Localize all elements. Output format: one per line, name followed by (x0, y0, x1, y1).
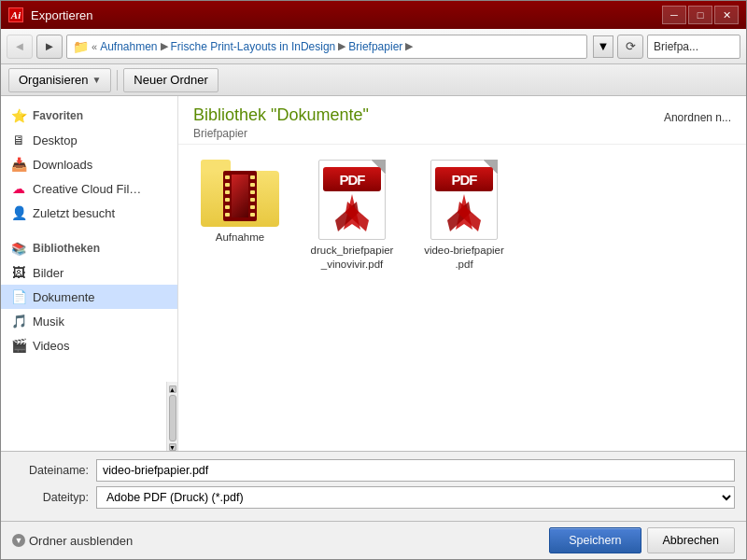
file-name-aufnahme: Aufnahme (216, 231, 264, 245)
film-strip (223, 171, 257, 221)
library-subtitle: Briefpapier (193, 127, 369, 140)
breadcrumb-dropdown[interactable]: ▼ (593, 35, 613, 58)
refresh-button[interactable]: ⟳ (617, 35, 643, 59)
toolbar: Organisieren ▼ Neuer Ordner (1, 64, 746, 96)
dokumente-icon: 📄 (10, 288, 27, 305)
breadcrumb-print-layouts[interactable]: Frische Print-Layouts in InDesign (171, 40, 336, 53)
back-button[interactable]: ◄ (7, 35, 33, 59)
file-area: Bibliothek "Dokumente" Briefpapier Anord… (178, 96, 746, 451)
file-item-aufnahme[interactable]: Aufnahme (193, 160, 287, 272)
acrobat-icon-2 (443, 192, 486, 235)
sidebar-item-dokumente[interactable]: 📄 Dokumente (1, 285, 177, 309)
folder-aufnahme-icon (201, 160, 279, 227)
sidebar-item-videos[interactable]: 🎬 Videos (1, 333, 177, 357)
pdf-druck-icon: PDF (318, 160, 386, 240)
sidebar-item-favoriten-header: ⭐ Favoriten (1, 104, 177, 128)
folder-toggle[interactable]: ▼ Ordner ausblenden (12, 534, 133, 548)
bilder-label: Bilder (33, 266, 63, 280)
sidebar-item-zuletzt-besucht[interactable]: 👤 Zuletzt besucht (1, 201, 177, 225)
pdf-badge-text: PDF (340, 172, 365, 188)
breadcrumb-aufnahmen[interactable]: Aufnahmen (100, 40, 157, 53)
sidebar-scroll: ⭐ Favoriten 🖥 Desktop 📥 Downloads ☁ Crea… (1, 104, 177, 382)
dateiname-row: Dateiname: (12, 459, 735, 482)
sidebar-item-bibliotheken-header: 📚 Bibliotheken (1, 236, 177, 260)
breadcrumb-folder-icon: 📁 (73, 39, 89, 54)
export-dialog: Ai Exportieren ─ □ ✕ ◄ ► 📁 « Aufnahmen ▶… (0, 0, 747, 560)
main-content: ⭐ Favoriten 🖥 Desktop 📥 Downloads ☁ Crea… (1, 96, 746, 451)
sidebar-item-musik[interactable]: 🎵 Musik (1, 309, 177, 333)
breadcrumb: 📁 « Aufnahmen ▶ Frische Print-Layouts in… (66, 35, 587, 59)
app-icon-label: Ai (11, 9, 21, 21)
musik-label: Musik (33, 315, 64, 329)
bibliotheken-icon: 📚 (10, 240, 27, 257)
sidebar: ⭐ Favoriten 🖥 Desktop 📥 Downloads ☁ Crea… (1, 96, 178, 451)
arrange-label[interactable]: Anordnen n... (664, 105, 731, 124)
bottom-form: Dateiname: Dateityp: Adobe PDF (Druck) (… (1, 451, 746, 521)
pdf-video-icon: PDF (430, 160, 498, 240)
maximize-button[interactable]: □ (688, 6, 712, 24)
close-button[interactable]: ✕ (714, 6, 739, 24)
nav-bar: ◄ ► 📁 « Aufnahmen ▶ Frische Print-Layout… (1, 29, 746, 64)
dateityp-row: Dateityp: Adobe PDF (Druck) (*.pdf) (12, 486, 735, 509)
file-name-druck: druck_briefpapier _vinovivir.pdf (305, 244, 399, 272)
dokumente-label: Dokumente (33, 290, 94, 304)
organize-label: Organisieren (19, 73, 88, 87)
sidebar-item-downloads[interactable]: 📥 Downloads (1, 152, 177, 176)
folder-toggle-icon: ▼ (12, 534, 25, 547)
window-controls: ─ □ ✕ (662, 6, 739, 24)
app-icon: Ai (8, 7, 23, 22)
new-folder-button[interactable]: Neuer Ordner (123, 68, 218, 92)
window-title: Exportieren (31, 8, 92, 22)
title-bar: Ai Exportieren ─ □ ✕ (1, 1, 746, 29)
dateiname-label: Dateiname: (12, 464, 96, 477)
save-button[interactable]: Speichern (549, 527, 641, 553)
zuletzt-icon: 👤 (10, 204, 27, 221)
favorites-header-label: Favoriten (33, 109, 83, 122)
action-bar: ▼ Ordner ausblenden Speichern Abbrechen (1, 521, 746, 559)
zuletzt-label: Zuletzt besucht (33, 206, 115, 220)
bibliotheken-label: Bibliotheken (33, 242, 100, 255)
library-title: Bibliothek "Dokumente" (193, 105, 369, 125)
desktop-label: Desktop (33, 133, 78, 147)
desktop-icon: 🖥 (10, 132, 27, 148)
sidebar-item-desktop[interactable]: 🖥 Desktop (1, 128, 177, 152)
file-grid: Aufnahme PDF (178, 145, 746, 451)
pdf-badge-text-2: PDF (452, 172, 477, 188)
acrobat-icon (331, 192, 374, 235)
sidebar-scrollbar[interactable]: ▲ ▼ (166, 382, 177, 451)
creative-cloud-label: Creative Cloud Fil… (33, 182, 141, 196)
folder-toggle-label: Ordner ausblenden (29, 534, 133, 548)
cancel-button[interactable]: Abbrechen (647, 527, 735, 553)
videos-icon: 🎬 (10, 337, 27, 354)
minimize-button[interactable]: ─ (662, 6, 686, 24)
sidebar-item-bilder[interactable]: 🖼 Bilder (1, 260, 177, 285)
dateityp-select[interactable]: Adobe PDF (Druck) (*.pdf) (96, 486, 735, 509)
musik-icon: 🎵 (10, 313, 27, 329)
file-name-video: video-briefpapier .pdf (417, 244, 511, 272)
forward-button[interactable]: ► (36, 35, 63, 59)
downloads-label: Downloads (33, 158, 92, 172)
creative-cloud-icon: ☁ (10, 180, 27, 197)
toolbar-separator (117, 70, 118, 91)
action-buttons: Speichern Abbrechen (549, 527, 735, 553)
dateityp-label: Dateityp: (12, 491, 96, 504)
file-item-video-briefpapier[interactable]: PDF video-briefpapier .pdf (417, 160, 511, 272)
organize-button[interactable]: Organisieren ▼ (8, 68, 111, 92)
organize-dropdown-icon: ▼ (92, 75, 101, 85)
new-folder-label: Neuer Ordner (134, 73, 207, 87)
search-input[interactable] (647, 35, 740, 59)
file-header: Bibliothek "Dokumente" Briefpapier Anord… (178, 96, 746, 145)
sidebar-item-creative-cloud[interactable]: ☁ Creative Cloud Fil… (1, 176, 177, 201)
downloads-icon: 📥 (10, 156, 27, 173)
dateiname-input[interactable] (96, 459, 735, 482)
favorites-header-icon: ⭐ (10, 107, 27, 124)
bilder-icon: 🖼 (10, 264, 27, 281)
file-item-druck-briefpapier[interactable]: PDF druck_briefpapier _vinovivir.pdf (305, 160, 399, 272)
sidebar-divider (1, 225, 177, 236)
breadcrumb-briefpapier[interactable]: Briefpapier (348, 40, 402, 53)
videos-label: Videos (33, 339, 70, 353)
